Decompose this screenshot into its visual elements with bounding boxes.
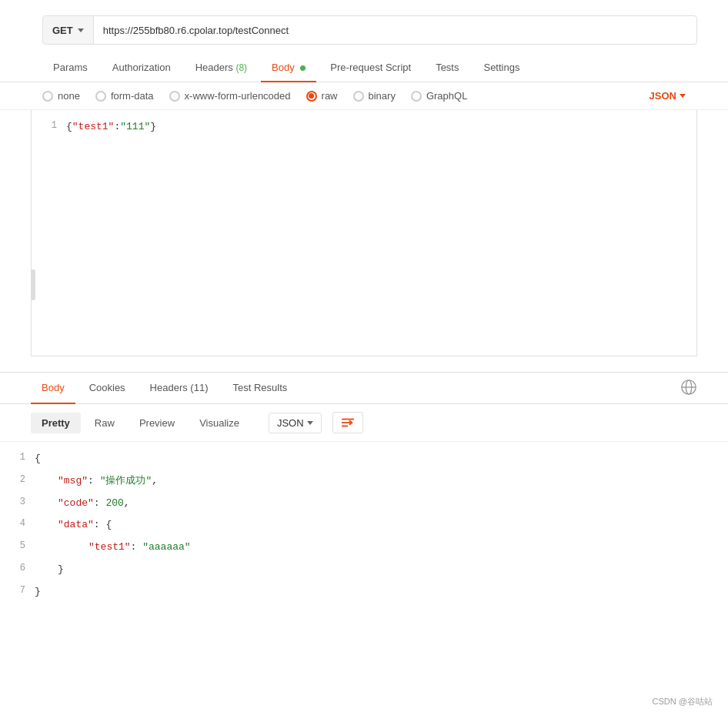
form-data-label: form-data (111, 90, 154, 102)
response-line-2: 2 "msg": "操作成功", (0, 470, 728, 493)
graphql-label: GraphQL (426, 90, 467, 102)
option-raw[interactable]: raw (306, 90, 338, 102)
tab-tests[interactable]: Tests (425, 54, 469, 82)
brace-close: } (150, 121, 156, 132)
method-selector[interactable]: GET (43, 16, 94, 44)
value-test1: "111" (120, 121, 150, 132)
headers-badge: (8) (235, 62, 247, 73)
response-section: Body Cookies Headers (11) Test Results P… (0, 372, 728, 610)
resp-line-num-5: 5 (0, 538, 35, 551)
resp-line-num-3: 3 (0, 494, 35, 507)
url-bar: GET (42, 15, 697, 45)
resp-line-num-6: 6 (0, 560, 35, 574)
format-selector[interactable]: JSON (269, 413, 322, 433)
resp-code-1: { (35, 450, 728, 469)
wrap-icon[interactable] (332, 412, 363, 433)
none-label: none (58, 90, 80, 102)
resp-line-num-7: 7 (0, 583, 35, 596)
binary-label: binary (369, 90, 396, 102)
tab-headers[interactable]: Headers (8) (185, 54, 258, 82)
radio-raw (306, 91, 317, 102)
option-none[interactable]: none (42, 90, 80, 102)
format-tab-preview[interactable]: Preview (129, 413, 185, 433)
response-body: 1 { 2 "msg": "操作成功", 3 "code": 200, (0, 442, 728, 610)
method-label: GET (52, 25, 73, 36)
resp-code-7: } (35, 583, 728, 602)
format-tab-raw[interactable]: Raw (84, 413, 125, 433)
chevron-down-icon (78, 28, 84, 32)
tab-settings[interactable]: Settings (473, 54, 530, 82)
resp-code-4: "data": { (35, 516, 728, 535)
tab-body[interactable]: Body (261, 54, 316, 82)
scrollbar[interactable] (31, 269, 35, 300)
option-graphql[interactable]: GraphQL (411, 90, 467, 102)
urlencoded-label: x-www-form-urlencoded (185, 90, 291, 102)
json-chevron-icon (680, 94, 686, 98)
radio-none (42, 91, 53, 102)
key-test1: "test1" (72, 121, 115, 132)
resp-code-6: } (35, 560, 728, 580)
option-binary[interactable]: binary (353, 90, 396, 102)
resp-code-2: "msg": "操作成功", (35, 472, 728, 491)
url-input[interactable] (94, 25, 696, 36)
code-editor[interactable]: 1 {"test1":"111"} (31, 110, 697, 356)
response-line-7: 7 } (0, 581, 728, 604)
response-tab-headers[interactable]: Headers (11) (139, 373, 219, 404)
code-content-1: {"test1":"111"} (66, 118, 696, 137)
body-dot (300, 65, 306, 71)
radio-urlencoded (169, 91, 180, 102)
response-line-5: 5 "test1": "aaaaaa" (0, 537, 728, 559)
resp-code-3: "code": 200, (35, 494, 728, 513)
resp-line-num-2: 2 (0, 472, 35, 485)
brace-open: { (66, 121, 72, 132)
body-options: none form-data x-www-form-urlencoded raw… (0, 82, 728, 110)
response-tab-test-results[interactable]: Test Results (222, 373, 298, 404)
response-line-1: 1 { (0, 448, 728, 470)
code-line-1: 1 {"test1":"111"} (32, 116, 696, 139)
radio-graphql (411, 91, 422, 102)
response-tab-cookies[interactable]: Cookies (78, 373, 136, 404)
line-number-1: 1 (32, 118, 66, 131)
option-urlencoded[interactable]: x-www-form-urlencoded (169, 90, 291, 102)
format-tab-pretty[interactable]: Pretty (31, 413, 81, 433)
tab-pre-request[interactable]: Pre-request Script (319, 54, 422, 82)
tab-authorization[interactable]: Authorization (102, 54, 182, 82)
format-tabs: Pretty Raw Preview Visualize JSON (0, 404, 728, 442)
response-line-6: 6 } (0, 559, 728, 581)
format-tab-visualize[interactable]: Visualize (189, 413, 250, 433)
resp-code-5: "test1": "aaaaaa" (35, 538, 728, 557)
resp-line-num-1: 1 (0, 450, 35, 463)
raw-label: raw (322, 90, 338, 102)
response-tab-body[interactable]: Body (31, 373, 75, 404)
radio-form-data (95, 91, 106, 102)
json-selector[interactable]: JSON (650, 90, 686, 102)
globe-icon[interactable] (680, 379, 697, 398)
response-line-4: 4 "data": { (0, 514, 728, 537)
json-label: JSON (650, 90, 676, 102)
format-selector-label: JSON (277, 417, 304, 429)
request-tabs: Params Authorization Headers (8) Body Pr… (0, 54, 728, 82)
tab-params[interactable]: Params (42, 54, 99, 82)
response-tabs: Body Cookies Headers (11) Test Results (0, 373, 728, 404)
resp-line-num-4: 4 (0, 516, 35, 529)
watermark: CSDN @谷咕站 (653, 696, 713, 707)
option-form-data[interactable]: form-data (95, 90, 154, 102)
response-line-3: 3 "code": 200, (0, 493, 728, 515)
radio-binary (353, 91, 364, 102)
format-chevron-icon (307, 421, 313, 425)
